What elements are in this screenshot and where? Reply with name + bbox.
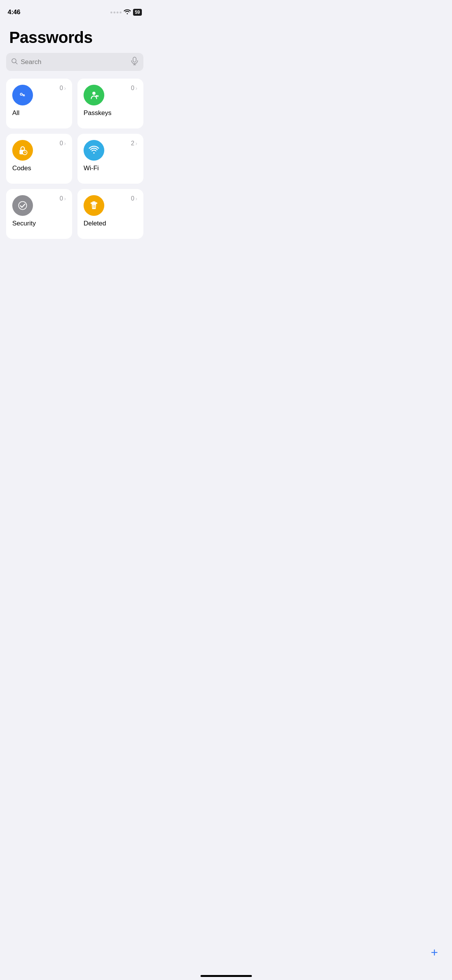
all-label: All bbox=[12, 109, 66, 117]
all-count: 0 bbox=[59, 85, 63, 92]
search-input[interactable] bbox=[21, 58, 128, 66]
security-chevron: › bbox=[64, 196, 66, 202]
search-bar[interactable] bbox=[6, 53, 143, 71]
signal-icon bbox=[110, 12, 122, 13]
deleted-label: Deleted bbox=[84, 220, 137, 227]
svg-point-10 bbox=[92, 92, 95, 95]
wifi-chevron: › bbox=[135, 140, 137, 146]
svg-rect-6 bbox=[22, 94, 25, 95]
security-icon bbox=[12, 195, 33, 216]
cards-grid: 0 › All 0 › Passkeys bbox=[0, 79, 150, 239]
svg-rect-2 bbox=[133, 57, 136, 62]
battery-indicator: 59 bbox=[133, 9, 142, 16]
all-icon bbox=[12, 85, 33, 105]
codes-chevron: › bbox=[64, 140, 66, 146]
security-count: 0 bbox=[59, 195, 63, 202]
security-label: Security bbox=[12, 220, 66, 227]
all-chevron: › bbox=[64, 85, 66, 91]
codes-count: 0 bbox=[59, 140, 63, 147]
status-icons: 59 bbox=[110, 9, 142, 16]
status-bar: 4:46 59 bbox=[0, 0, 150, 19]
microphone-icon[interactable] bbox=[131, 57, 138, 67]
svg-point-19 bbox=[19, 202, 27, 210]
search-container bbox=[0, 53, 150, 79]
card-wifi[interactable]: 2 › Wi-Fi bbox=[77, 134, 143, 184]
wifi-count: 2 bbox=[131, 140, 134, 147]
svg-point-18 bbox=[93, 152, 95, 154]
svg-rect-8 bbox=[23, 95, 24, 96]
svg-rect-7 bbox=[24, 95, 25, 96]
wifi-status-icon bbox=[124, 9, 131, 16]
wifi-icon bbox=[84, 140, 104, 161]
security-count-row: 0 › bbox=[59, 195, 66, 202]
card-codes[interactable]: 0 › Codes bbox=[6, 134, 72, 184]
card-all[interactable]: 0 › All bbox=[6, 79, 72, 128]
passkeys-count: 0 bbox=[131, 85, 134, 92]
codes-label: Codes bbox=[12, 164, 66, 172]
all-count-row: 0 › bbox=[59, 85, 66, 92]
card-deleted[interactable]: 0 › Deleted bbox=[77, 189, 143, 239]
passkeys-label: Passkeys bbox=[84, 109, 137, 117]
svg-rect-24 bbox=[90, 203, 97, 204]
deleted-chevron: › bbox=[135, 196, 137, 202]
svg-point-9 bbox=[21, 94, 22, 95]
deleted-icon bbox=[84, 195, 104, 216]
search-icon bbox=[12, 58, 18, 66]
page-title: Passwords bbox=[0, 19, 150, 53]
card-passkeys[interactable]: 0 › Passkeys bbox=[77, 79, 143, 128]
deleted-count-row: 0 › bbox=[131, 195, 137, 202]
wifi-label: Wi-Fi bbox=[84, 164, 137, 172]
passkeys-icon bbox=[84, 85, 104, 105]
passkeys-chevron: › bbox=[135, 85, 137, 91]
svg-line-1 bbox=[16, 62, 18, 64]
card-security[interactable]: 0 › Security bbox=[6, 189, 72, 239]
codes-icon bbox=[12, 140, 33, 161]
codes-count-row: 0 › bbox=[59, 140, 66, 147]
status-time: 4:46 bbox=[8, 8, 20, 16]
deleted-count: 0 bbox=[131, 195, 134, 202]
svg-point-11 bbox=[96, 95, 98, 97]
wifi-count-row: 2 › bbox=[131, 140, 137, 147]
passkeys-count-row: 0 › bbox=[131, 85, 137, 92]
